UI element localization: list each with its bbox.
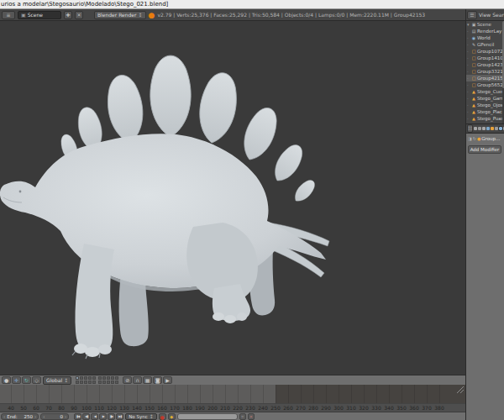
jump-to-next-keyframe-button[interactable]: ▮▶ [108,413,115,420]
manipulator-translate-icon[interactable]: ✛ [12,376,21,384]
keying-set-add-button[interactable]: ⌗ [239,413,246,420]
expand-toggle-icon[interactable]: · [467,116,470,121]
expand-toggle-icon[interactable]: · [467,102,470,108]
play-reverse-button[interactable]: ◀ [91,413,98,420]
layer-toggle[interactable] [111,381,114,384]
world-tab-icon[interactable] [486,127,490,130]
layer-toggle[interactable] [107,376,110,380]
properties-editor-type-icon[interactable]: ☷ [467,124,473,133]
layer-toggle[interactable] [88,381,92,384]
increment-arrow-icon[interactable]: › [65,414,66,419]
outliner-item-stego_garr[interactable]: ·▲Stego_Garr [466,95,504,102]
timeline-ruler[interactable]: 4050607080901001101201301401501601701801… [0,403,465,412]
keying-set-remove-button[interactable]: ✕ [248,413,255,420]
expand-toggle-icon[interactable]: · [467,109,470,114]
layer-toggle[interactable] [92,376,96,380]
layer-toggle[interactable] [80,381,83,384]
outliner-item-group3321[interactable]: ·□Group3321 [466,68,504,75]
layer-toggle[interactable] [92,381,96,384]
increment-arrow-icon[interactable]: › [34,414,36,419]
expand-toggle-icon[interactable]: · [467,49,470,54]
outliner-item-group4215[interactable]: ·□Group4215 [466,75,504,81]
outliner-editor-type-icon[interactable]: ☰ [467,11,477,19]
render-anim-icon[interactable]: ▶ [163,376,172,384]
scene-tab-icon[interactable] [482,127,486,130]
stegosaurus-model[interactable] [0,21,465,375]
unlink-scene-button[interactable]: ✕ [75,11,83,19]
decrement-arrow-icon[interactable]: ‹ [3,414,5,419]
expand-toggle-icon[interactable]: · [467,55,470,60]
layer-toggle[interactable] [80,376,83,380]
outliner-item-scene[interactable]: ▾▣Scene [466,21,504,28]
timeline-playback-range[interactable] [0,385,276,403]
expand-toggle-icon[interactable]: · [467,89,470,94]
jump-to-end-button[interactable]: ▶▮ [116,413,123,420]
outliner-item-stego_puas[interactable]: ·▲Stego_Puas [466,115,504,122]
current-frame-field[interactable]: ‹ 0 › [40,413,69,420]
expand-toggle-icon[interactable]: · [467,82,470,87]
outliner-item-gpencil[interactable]: ·✎GPencil [466,41,504,48]
auto-keyframe-button[interactable]: ◆ [168,413,176,420]
add-scene-button[interactable]: ✚ [64,11,72,19]
layer-toggle[interactable] [88,376,92,380]
constraints-tab-icon[interactable] [495,127,498,130]
expand-toggle-icon[interactable]: · [467,29,470,34]
layer-toggle[interactable] [111,376,114,380]
layer-toggle[interactable] [84,381,87,384]
outliner-item-group1410[interactable]: ·□Group1410 [466,55,504,61]
manipulator-rotate-icon[interactable]: ↻ [22,376,31,384]
transform-orientation-dropdown[interactable]: Global ↕ [43,376,71,385]
add-modifier-button[interactable]: Add Modifier [468,145,501,154]
expand-toggle-icon[interactable]: · [467,76,470,81]
layer-toggle[interactable] [102,381,106,384]
layer-toggle[interactable] [102,376,106,380]
render-tab-icon[interactable] [474,127,477,130]
expand-toggle-icon[interactable]: · [467,42,470,47]
scene-selector[interactable]: ▣ Scene [18,11,61,19]
layer-toggle[interactable] [76,376,79,380]
outliner-item-stego_plac[interactable]: ·▲Stego_Plac [466,108,504,115]
snap-element-icon[interactable]: ▦ [143,376,152,384]
jump-to-prev-keyframe-button[interactable]: ◀▮ [82,413,90,420]
layer-toggle[interactable] [76,381,79,384]
layer-toggle[interactable] [84,376,87,380]
timeline-out-of-range[interactable] [276,385,465,403]
render-engine-dropdown[interactable]: Blender Render ↕ [94,11,146,19]
expand-toggle-icon[interactable]: ▾ [467,22,470,27]
layer-toggle[interactable] [107,381,110,384]
layers-widget[interactable] [76,376,118,384]
modifiers-tab-icon[interactable] [499,127,502,130]
outliner-view-menu[interactable]: View [479,12,491,18]
end-frame-field[interactable]: ‹ End: 250 › [1,413,39,420]
sync-mode-dropdown[interactable]: No Sync ↕ [125,413,157,420]
outliner-item-group1072[interactable]: ·□Group1072 [466,48,504,55]
expand-toggle-icon[interactable]: · [467,69,470,74]
outliner-item-group1423[interactable]: ·□Group1423 [466,61,504,68]
outliner-item-stego_cuer[interactable]: ·▲Stego_Cuer [466,88,504,95]
lock-icon[interactable]: ⊘ [123,376,132,384]
outliner-search-menu[interactable]: Sear [492,12,504,18]
info-editor-type-icon[interactable]: ≡ [2,11,15,19]
outliner-item-world[interactable]: ·◉World [466,34,504,41]
decrement-arrow-icon[interactable]: ‹ [43,414,45,419]
jump-to-start-button[interactable]: ▮◀ [74,413,81,420]
active-keying-set-field[interactable] [177,413,238,420]
outliner-item-renderlay[interactable]: ·▤RenderLay [466,28,504,34]
pin-icon[interactable]: ◨ [468,136,472,141]
expand-toggle-icon[interactable]: · [467,96,470,101]
outliner-item-stego_ojos[interactable]: ·▲Stego_Ojos [466,102,504,108]
record-button[interactable]: ● [159,413,166,420]
render-layers-tab-icon[interactable] [478,127,481,130]
layer-toggle[interactable] [115,381,118,384]
manipulator-scale-icon[interactable]: ◇ [32,376,41,384]
object-tab-icon[interactable] [491,127,494,130]
outliner-item-group5652[interactable]: ·□Group5652 [466,81,504,88]
snap-magnet-icon[interactable]: ∩ [133,376,142,384]
window-title-bar[interactable]: urios a modelar\Stegosaurio\Modelado\Ste… [0,0,504,9]
render-still-icon[interactable]: ◙ [153,376,162,384]
layer-toggle[interactable] [98,376,102,380]
layer-toggle[interactable] [115,376,118,380]
area-resize-corner[interactable] [457,386,464,393]
layer-toggle[interactable] [98,381,102,384]
expand-toggle-icon[interactable]: · [467,35,470,40]
